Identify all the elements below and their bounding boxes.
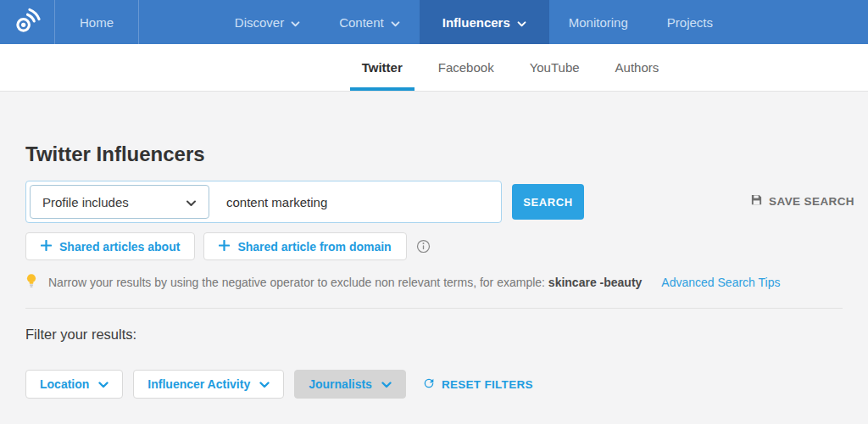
nav-item-label: Projects (667, 15, 713, 30)
tab-facebook[interactable]: Facebook (420, 44, 512, 91)
tab-label: Twitter (362, 60, 403, 75)
nav-item-label: Content (339, 15, 384, 30)
nav-item-content[interactable]: Content (320, 0, 420, 44)
filter-location-button[interactable]: Location (25, 370, 123, 399)
lightbulb-icon (25, 273, 37, 292)
chevron-down-icon (381, 377, 392, 391)
tab-label: YouTube (530, 60, 580, 75)
reset-filters-label: RESET FILTERS (442, 378, 533, 391)
tip-example: skincare -beauty (548, 276, 643, 289)
top-navbar: Home Discover Content Influencers Monito… (0, 0, 868, 44)
filter-journalists-button[interactable]: Journalists (294, 370, 406, 399)
nav-item-discover[interactable]: Discover (215, 0, 320, 44)
search-box: Profile includes (25, 181, 502, 223)
app-logo[interactable] (0, 0, 55, 44)
chevron-down-icon (259, 377, 270, 391)
shared-article-from-domain-button[interactable]: Shared article from domain (203, 232, 406, 260)
search-row: Profile includes SEARCH SAVE SEARCH (25, 181, 843, 223)
nav-item-label: Influencers (442, 15, 510, 30)
plus-icon (219, 240, 230, 254)
main-content: Twitter Influencers Profile includes SEA… (0, 142, 868, 399)
filter-heading: Filter your results: (25, 326, 843, 343)
button-label: Influencer Activity (147, 377, 250, 391)
info-icon[interactable] (416, 239, 431, 254)
chevron-down-icon (517, 15, 526, 30)
add-criteria-row: Shared articles about Shared article fro… (25, 232, 843, 260)
advanced-search-tips-link[interactable]: Advanced Search Tips (661, 276, 780, 289)
save-search-label: SAVE SEARCH (769, 195, 854, 208)
channel-tabbar: Twitter Facebook YouTube Authors (0, 44, 868, 92)
chevron-down-icon (98, 377, 108, 391)
refresh-icon (422, 377, 436, 393)
nav-item-monitoring[interactable]: Monitoring (549, 0, 648, 44)
tab-youtube[interactable]: YouTube (512, 44, 598, 91)
nav-item-home[interactable]: Home (55, 0, 139, 44)
search-type-dropdown[interactable]: Profile includes (30, 185, 209, 219)
nav-item-label: Discover (235, 15, 284, 30)
plus-icon (41, 240, 52, 254)
save-search-button[interactable]: SAVE SEARCH (750, 193, 854, 209)
nav-item-influencers[interactable]: Influencers (420, 0, 549, 44)
nav-item-projects[interactable]: Projects (648, 0, 732, 44)
tab-authors[interactable]: Authors (598, 44, 677, 91)
filter-row: Location Influencer Activity Journalists (25, 370, 843, 399)
search-button[interactable]: SEARCH (512, 184, 584, 220)
tab-twitter[interactable]: Twitter (344, 44, 420, 91)
search-query-input[interactable] (213, 181, 501, 222)
save-icon (750, 193, 763, 209)
tab-label: Authors (615, 60, 659, 75)
shared-articles-about-button[interactable]: Shared articles about (25, 232, 195, 260)
button-label: Journalists (309, 377, 372, 391)
button-label: Shared article from domain (237, 240, 391, 254)
button-label: Shared articles about (59, 240, 180, 254)
nav-item-label: Monitoring (569, 15, 628, 30)
reset-filters-button[interactable]: RESET FILTERS (422, 377, 533, 393)
chevron-down-icon (186, 195, 197, 209)
tab-label: Facebook (438, 60, 494, 75)
channel-tabs: Twitter Facebook YouTube Authors (344, 44, 677, 91)
chevron-down-icon (391, 15, 400, 30)
search-type-value: Profile includes (42, 195, 129, 209)
button-label: Location (40, 377, 89, 391)
nav-item-label: Home (80, 15, 114, 30)
tip-row: Narrow your results by using the negativ… (25, 273, 843, 292)
nav-links: Discover Content Influencers Monitoring … (215, 0, 732, 44)
rss-signal-logo-icon (14, 7, 42, 38)
chevron-down-icon (291, 15, 300, 30)
tip-text: Narrow your results by using the negativ… (48, 276, 642, 289)
section-divider (25, 308, 843, 309)
page-title: Twitter Influencers (25, 142, 843, 166)
filter-influencer-activity-button[interactable]: Influencer Activity (133, 370, 284, 399)
